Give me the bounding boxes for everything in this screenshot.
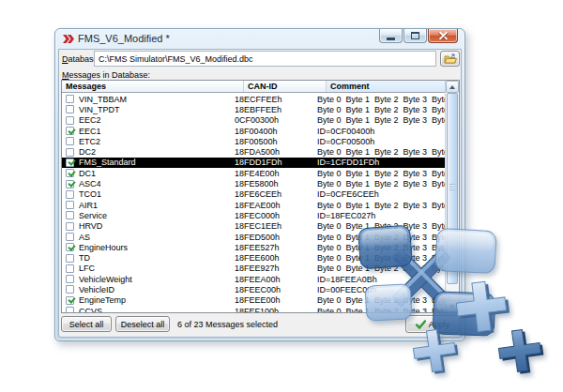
generator-block-icon: [358, 225, 546, 376]
message-name: DC2: [74, 147, 235, 157]
message-checkbox[interactable]: [66, 254, 74, 263]
message-name: AIR1: [74, 201, 235, 210]
message-name: FMS_Standard: [74, 158, 235, 167]
column-header-can-id[interactable]: CAN-ID: [244, 81, 327, 92]
message-comment: Byte 0 Byte 1 Byte 2 Byte 3 Byte 4: [317, 179, 445, 188]
select-all-button[interactable]: Select all: [61, 316, 112, 332]
column-header-comment[interactable]: Comment: [327, 81, 445, 92]
message-name: VehicleWeight: [74, 275, 235, 284]
table-row[interactable]: EEC1 18F00400h ID=0CF00400h: [62, 126, 445, 136]
message-comment: Byte 0 Byte 1 Byte 2 Byte 3 Byte 4: [317, 105, 445, 114]
deselect-all-button[interactable]: Deselect all: [115, 316, 170, 332]
decorative-3d-generator-graphic: [345, 212, 563, 390]
database-path-input[interactable]: C:\FMS Simulator\FMS_V6_Modified.dbc: [94, 51, 436, 67]
block-bottom-left: [365, 284, 412, 321]
message-checkbox[interactable]: [66, 105, 74, 113]
message-checkbox[interactable]: [66, 243, 74, 251]
message-checkbox[interactable]: [66, 285, 74, 294]
message-checkbox[interactable]: [66, 158, 74, 167]
close-icon: [438, 31, 449, 41]
message-can-id: 18FEE527h: [235, 243, 317, 252]
close-button[interactable]: [428, 29, 458, 43]
message-can-id: 18FE6CEEh: [235, 189, 317, 199]
minimize-button[interactable]: [379, 29, 403, 43]
message-checkbox[interactable]: [66, 211, 74, 219]
message-can-id: 18FED500h: [235, 233, 317, 242]
message-can-id: 18FDA500h: [235, 147, 317, 157]
table-row[interactable]: VIN_TPDT 18EBFFEEh Byte 0 Byte 1 Byte 2 …: [62, 104, 445, 114]
message-can-id: 18FEAE00h: [235, 201, 317, 210]
message-name: Service: [74, 211, 235, 220]
message-comment: Byte 0 Byte 1 Byte 2 Byte 3 Byte 4: [317, 147, 445, 157]
message-can-id: 18F00500h: [235, 137, 317, 146]
message-comment: Byte 0 Byte 1 Byte 2 Byte 3 Byte 4: [317, 95, 445, 104]
message-name: LFC: [74, 264, 235, 273]
scroll-up-icon: [449, 85, 455, 89]
message-checkbox[interactable]: [66, 275, 74, 283]
message-can-id: 18ECFFEEh: [235, 95, 317, 104]
message-comment: ID=0CF00500h: [317, 137, 445, 146]
message-name: VIN_TPDT: [74, 105, 235, 114]
message-can-id: 18F00400h: [235, 127, 317, 136]
message-checkbox[interactable]: [66, 169, 74, 177]
block-top-right: [435, 228, 496, 273]
message-can-id: 18FE4E00h: [235, 169, 317, 178]
table-row[interactable]: FMS_Standard 18FDD1FDh ID=1CFDD1FDh: [62, 158, 445, 168]
message-checkbox[interactable]: [66, 296, 74, 305]
message-comment: Byte 0 Byte 1 Byte 2 Byte 3 Byte 4: [317, 115, 445, 125]
browse-button[interactable]: [440, 51, 460, 67]
message-name: TD: [74, 253, 235, 263]
message-checkbox[interactable]: [66, 190, 74, 199]
message-comment: ID=1CFDD1FDh: [317, 158, 445, 167]
message-can-id: 18FEF100h: [235, 307, 317, 313]
table-row[interactable]: ETC2 18F00500h ID=0CF00500h: [62, 136, 445, 146]
plus-icon-small-dark: [496, 327, 546, 377]
message-can-id: 18FDD1FDh: [235, 158, 317, 167]
message-can-id: 18FEC1EEh: [235, 221, 317, 231]
message-can-id: 18FEEE00h: [235, 295, 317, 305]
message-name: HRVD: [74, 221, 235, 231]
scrollbar-up-button[interactable]: [446, 81, 459, 93]
message-can-id: 18FEE600h: [235, 253, 317, 263]
message-comment: Byte 0 Byte 1 Byte 2 Byte 3 Byte 4: [317, 201, 445, 210]
message-can-id: 0CF00300h: [235, 115, 317, 125]
message-can-id: 18EBFFEEh: [235, 105, 317, 114]
table-row[interactable]: TCO1 18FE6CEEh ID=0CFE6CEEh: [62, 189, 445, 200]
table-row[interactable]: ASC4 18FE5800h Byte 0 Byte 1 Byte 2 Byte…: [62, 178, 445, 188]
table-header: Messages CAN-ID Comment: [62, 81, 445, 93]
message-name: DC1: [74, 169, 235, 178]
message-name: EngineHours: [74, 243, 235, 252]
message-checkbox[interactable]: [66, 264, 74, 273]
table-row[interactable]: AIR1 18FEAE00h Byte 0 Byte 1 Byte 2 Byte…: [62, 200, 445, 210]
message-checkbox[interactable]: [66, 201, 74, 209]
message-name: TCO1: [74, 189, 235, 199]
message-checkbox[interactable]: [66, 222, 74, 231]
table-row[interactable]: DC1 18FE4E00h Byte 0 Byte 1 Byte 2 Byte …: [62, 168, 445, 178]
message-checkbox[interactable]: [66, 307, 74, 313]
window-title: FMS_V6_Modified *: [78, 33, 170, 44]
title-bar[interactable]: FMS_V6_Modified *: [55, 29, 464, 49]
minimize-icon: [387, 38, 395, 40]
table-row[interactable]: DC2 18FDA500h Byte 0 Byte 1 Byte 2 Byte …: [62, 146, 445, 157]
message-checkbox[interactable]: [66, 116, 74, 125]
maximize-icon: [411, 32, 419, 39]
message-can-id: 18FEC000h: [235, 211, 317, 220]
message-name: ETC2: [74, 137, 235, 146]
table-row[interactable]: EEC2 0CF00300h Byte 0 Byte 1 Byte 2 Byte…: [62, 115, 445, 126]
message-can-id: 18FEE927h: [235, 264, 317, 273]
message-name: ASC4: [74, 179, 235, 188]
block-top-left: [358, 225, 413, 269]
message-comment: ID=0CF00400h: [317, 127, 445, 136]
message-checkbox[interactable]: [66, 95, 74, 103]
column-header-messages[interactable]: Messages: [62, 81, 244, 92]
message-checkbox[interactable]: [66, 137, 74, 145]
app-icon: [62, 33, 74, 45]
message-checkbox[interactable]: [66, 233, 74, 241]
message-checkbox[interactable]: [66, 127, 74, 135]
table-row[interactable]: VIN_TBBAM 18ECFFEEh Byte 0 Byte 1 Byte 2…: [62, 94, 445, 104]
maximize-button[interactable]: [403, 29, 427, 43]
message-checkbox[interactable]: [66, 180, 74, 188]
message-name: VehicleID: [74, 285, 235, 294]
screenshot-stage: FMS_V6_Modified * Database: C:\FMS Simul…: [0, 0, 563, 392]
message-checkbox[interactable]: [66, 148, 74, 157]
